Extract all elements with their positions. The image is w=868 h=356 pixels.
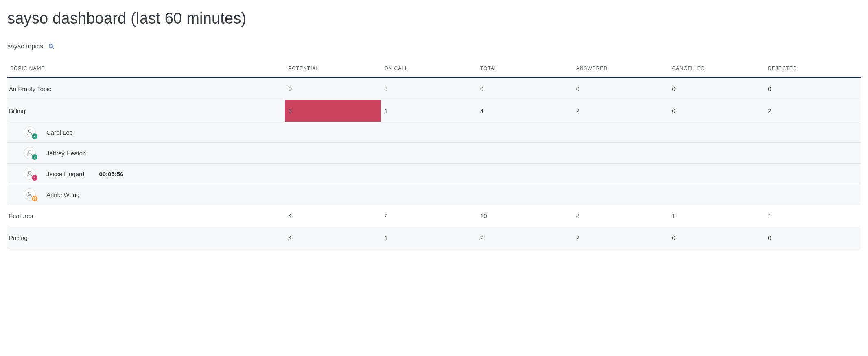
cell-potential: 3	[285, 100, 381, 122]
cell-potential: 4	[285, 205, 381, 227]
status-away-icon	[32, 196, 37, 201]
agent-row[interactable]: Annie Wong	[7, 184, 861, 205]
svg-line-1	[52, 47, 53, 48]
table-header-row: Topic Name Potential On Call Total Answe…	[7, 61, 861, 78]
col-cancelled[interactable]: Cancelled	[669, 61, 765, 78]
avatar	[24, 147, 36, 159]
cell-total: 10	[477, 205, 573, 227]
cell-total: 2	[477, 227, 573, 249]
cell-cancelled: 0	[669, 227, 765, 249]
avatar	[24, 168, 36, 180]
cell-potential: 4	[285, 227, 381, 249]
avatar	[24, 188, 36, 201]
agent-cell: Annie Wong	[7, 184, 861, 205]
agent-row[interactable]: Jesse Lingard00:05:56	[7, 164, 861, 184]
topics-label: sayso topics	[7, 43, 43, 50]
search-icon[interactable]	[48, 43, 55, 50]
cell-cancelled: 1	[669, 205, 765, 227]
cell-rejected: 1	[765, 205, 861, 227]
agent-cell: Jesse Lingard00:05:56	[7, 164, 861, 184]
call-timer: 00:05:56	[99, 170, 123, 177]
status-available-icon	[32, 133, 37, 139]
col-rejected[interactable]: Rejected	[765, 61, 861, 78]
cell-answered: 2	[573, 100, 669, 122]
col-answered[interactable]: Answered	[573, 61, 669, 78]
agent-cell: Carol Lee	[7, 122, 861, 143]
cell-on_call: 1	[381, 227, 477, 249]
cell-answered: 0	[573, 78, 669, 100]
cell-answered: 2	[573, 227, 669, 249]
topic-name-cell: An Empty Topic	[7, 78, 285, 100]
agent-name: Carol Lee	[46, 129, 73, 136]
topic-name-cell: Features	[7, 205, 285, 227]
cell-total: 0	[477, 78, 573, 100]
col-total[interactable]: Total	[477, 61, 573, 78]
cell-total: 4	[477, 100, 573, 122]
col-potential[interactable]: Potential	[285, 61, 381, 78]
cell-potential: 0	[285, 78, 381, 100]
page-title: sayso dashboard (last 60 minutes)	[7, 10, 861, 27]
status-available-icon	[32, 154, 37, 160]
cell-rejected: 0	[765, 78, 861, 100]
col-topic-name[interactable]: Topic Name	[7, 61, 285, 78]
cell-rejected: 2	[765, 100, 861, 122]
agent-cell: Jeffrey Heaton	[7, 143, 861, 164]
table-row[interactable]: Billing314202	[7, 100, 861, 122]
topic-name-cell: Billing	[7, 100, 285, 122]
agent-name: Jesse Lingard	[46, 170, 84, 177]
table-row[interactable]: An Empty Topic000000	[7, 78, 861, 100]
cell-on_call: 1	[381, 100, 477, 122]
agent-row[interactable]: Jeffrey Heaton	[7, 143, 861, 164]
topics-table: Topic Name Potential On Call Total Answe…	[7, 61, 861, 249]
col-on-call[interactable]: On Call	[381, 61, 477, 78]
agent-name: Annie Wong	[46, 191, 79, 198]
cell-answered: 8	[573, 205, 669, 227]
agent-name: Jeffrey Heaton	[46, 150, 86, 157]
cell-cancelled: 0	[669, 100, 765, 122]
table-row[interactable]: Pricing412200	[7, 227, 861, 249]
table-row[interactable]: Features4210811	[7, 205, 861, 227]
status-on-call-icon	[32, 175, 37, 181]
topics-subheader: sayso topics	[7, 43, 861, 50]
agent-row[interactable]: Carol Lee	[7, 122, 861, 143]
cell-on_call: 0	[381, 78, 477, 100]
cell-cancelled: 0	[669, 78, 765, 100]
cell-rejected: 0	[765, 227, 861, 249]
avatar	[24, 126, 36, 138]
cell-on_call: 2	[381, 205, 477, 227]
topic-name-cell: Pricing	[7, 227, 285, 249]
